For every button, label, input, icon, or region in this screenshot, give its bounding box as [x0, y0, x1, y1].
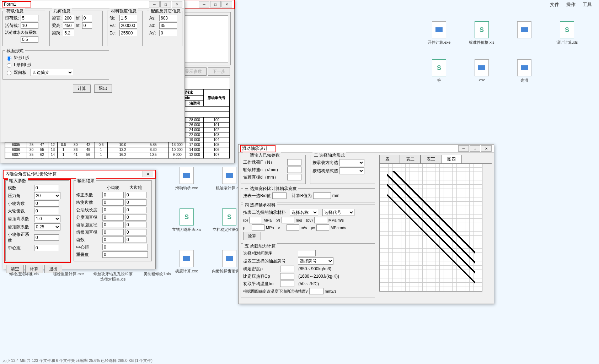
out[interactable]	[102, 192, 124, 198]
live-input[interactable]	[21, 22, 38, 29]
di[interactable]: 等	[419, 59, 459, 83]
center-input[interactable]	[34, 245, 59, 251]
brand-select[interactable]: 选择牌号	[298, 257, 333, 265]
a0-input[interactable]	[159, 22, 177, 29]
di[interactable]: 美制粗螺纹1.xls	[137, 271, 178, 282]
menu-file[interactable]: 文件	[550, 1, 559, 8]
v-in[interactable]	[282, 217, 294, 223]
rho-input[interactable]	[280, 266, 294, 272]
matname-select[interactable]: 选择名称	[290, 209, 318, 216]
max-icon[interactable]: □	[470, 145, 480, 152]
mod-input[interactable]	[34, 185, 59, 191]
n-input[interactable]	[287, 167, 301, 173]
asp-input[interactable]	[159, 30, 177, 36]
ha-select[interactable]: 1.0	[34, 215, 60, 222]
out[interactable]	[102, 199, 124, 206]
max-icon[interactable]: □	[210, 1, 221, 7]
bh-input[interactable]	[63, 22, 74, 29]
dead-input[interactable]	[21, 15, 38, 21]
titlebar[interactable]: Form1 ─□✕	[0, 0, 184, 9]
close-icon[interactable]: ✕	[221, 1, 232, 7]
min-icon[interactable]: ─	[199, 1, 209, 7]
p-in[interactable]	[249, 217, 262, 223]
di[interactable]: 螺栓扭矩标准.xls	[4, 271, 44, 282]
bd-input[interactable]	[272, 192, 287, 199]
v2[interactable]	[287, 224, 299, 231]
tm-input[interactable]	[280, 281, 294, 287]
cp-input[interactable]	[280, 273, 294, 279]
tab-4[interactable]: 图四	[441, 155, 462, 163]
out[interactable]	[125, 214, 146, 221]
tab-1[interactable]: 表一	[379, 155, 400, 163]
bw-input[interactable]	[63, 15, 74, 21]
visc-input[interactable]	[309, 288, 323, 294]
ftk-input[interactable]	[119, 15, 137, 21]
sec-bi-radio[interactable]	[7, 71, 11, 75]
bf-input[interactable]	[82, 15, 92, 21]
exit-button[interactable]: 退出	[94, 85, 112, 93]
sec-l-radio[interactable]	[7, 63, 11, 68]
out[interactable]	[125, 207, 146, 213]
out[interactable]	[102, 207, 124, 213]
di[interactable]: 立铣刀选用表.xls	[167, 208, 206, 232]
struct-select[interactable]	[339, 167, 364, 174]
close-icon[interactable]: ✕	[143, 171, 153, 177]
pv-in[interactable]	[314, 217, 327, 223]
span-input[interactable]	[63, 30, 74, 36]
out[interactable]	[125, 222, 146, 228]
angle-select[interactable]: 20	[34, 192, 60, 199]
out[interactable]	[125, 199, 146, 206]
out[interactable]	[125, 229, 146, 235]
out[interactable]	[102, 222, 124, 228]
di[interactable]: 标准件价格.xls	[462, 21, 501, 45]
ec-input[interactable]	[119, 30, 137, 36]
di[interactable]: 弹性挡圈.xls	[590, 21, 599, 45]
hf-input[interactable]	[82, 22, 92, 29]
di[interactable]: 滑动轴承.exe	[167, 167, 206, 191]
out[interactable]	[102, 251, 148, 258]
di[interactable]: 光滑	[505, 59, 544, 83]
tab-2[interactable]: 表二	[400, 155, 421, 163]
close-icon[interactable]: ✕	[481, 145, 492, 152]
titlebar[interactable]: 滑动轴承设计 ─□✕	[239, 145, 494, 153]
matcode-select[interactable]: 选择代号	[322, 209, 354, 216]
di[interactable]: .exe	[462, 59, 501, 83]
d-input[interactable]	[287, 174, 301, 180]
es-input[interactable]	[119, 22, 137, 29]
check-button[interactable]: 验算	[243, 232, 261, 240]
titlebar[interactable]: 内啮合角变位传动齿轮计算 ✕	[3, 170, 155, 178]
z1-input[interactable]	[34, 200, 59, 207]
x1-input[interactable]	[34, 234, 59, 241]
z2-input[interactable]	[34, 208, 59, 214]
calc-button[interactable]: 计算	[73, 85, 91, 93]
di[interactable]: 挠度计算.exe	[167, 250, 206, 274]
di[interactable]: 螺丝攻牙钻孔孔径和滚造径对照表.xls	[92, 271, 133, 282]
out[interactable]	[125, 192, 146, 198]
close-icon[interactable]: ✕	[172, 1, 182, 7]
out[interactable]	[125, 237, 146, 243]
menu-tool[interactable]: 工具	[583, 1, 592, 8]
dir-select[interactable]	[339, 159, 364, 166]
max-icon[interactable]: □	[160, 1, 171, 7]
sec-t-radio[interactable]	[7, 56, 11, 61]
di[interactable]: 设计计算.xls	[547, 21, 587, 45]
out[interactable]	[102, 244, 148, 250]
psi-input[interactable]	[298, 250, 316, 256]
out[interactable]	[102, 237, 124, 243]
di[interactable]: 螺栓重量计算.exe	[48, 271, 89, 282]
tab-3[interactable]: 表三	[421, 155, 441, 163]
pv2[interactable]	[316, 224, 329, 231]
min-icon[interactable]: ─	[458, 145, 469, 152]
out[interactable]	[102, 229, 124, 235]
out[interactable]	[102, 214, 124, 221]
min-icon[interactable]: ─	[149, 1, 160, 7]
menu-op[interactable]: 操作	[566, 1, 576, 8]
c-select[interactable]: 0.25	[34, 223, 60, 230]
quasi-input[interactable]	[21, 36, 38, 43]
p2[interactable]	[252, 224, 264, 231]
as-input[interactable]	[159, 15, 177, 21]
di[interactable]	[505, 21, 544, 45]
F-input[interactable]	[287, 159, 301, 165]
bi-select[interactable]: 四边简支	[31, 69, 73, 76]
di[interactable]: 开件计算.exe	[419, 21, 459, 45]
